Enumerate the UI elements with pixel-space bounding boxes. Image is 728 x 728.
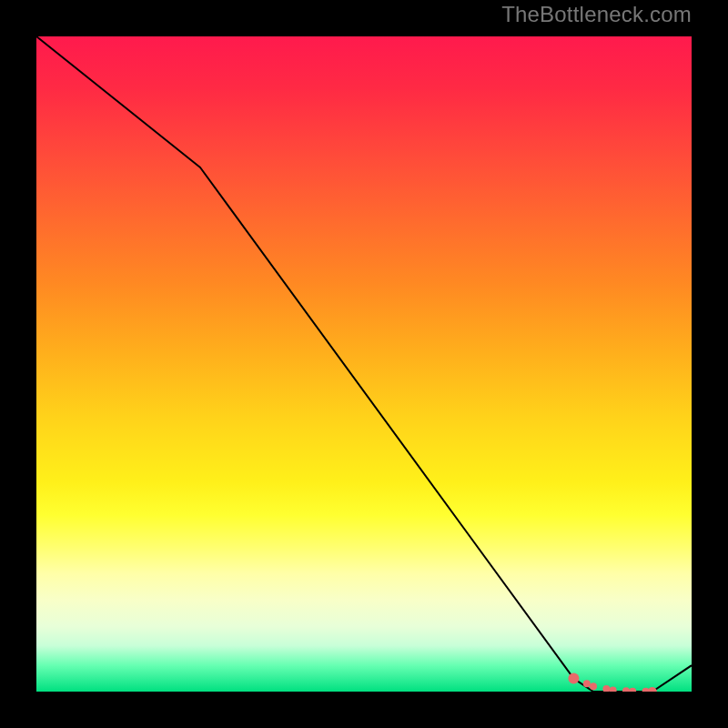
line-layer (36, 36, 692, 692)
highlight-dot (583, 680, 591, 687)
highlight-dot (648, 687, 657, 692)
highlight-dot (568, 673, 579, 684)
attribution-label: TheBottleneck.com (501, 2, 692, 27)
highlight-dot (602, 685, 610, 692)
highlight-dot (610, 687, 617, 692)
highlight-markers (568, 673, 656, 692)
plot-area (36, 36, 692, 692)
highlight-dot (622, 687, 630, 692)
bottleneck-curve-line (36, 36, 692, 692)
chart-frame: TheBottleneck.com (0, 0, 728, 728)
highlight-dot (629, 688, 636, 692)
highlight-dot (590, 682, 597, 690)
